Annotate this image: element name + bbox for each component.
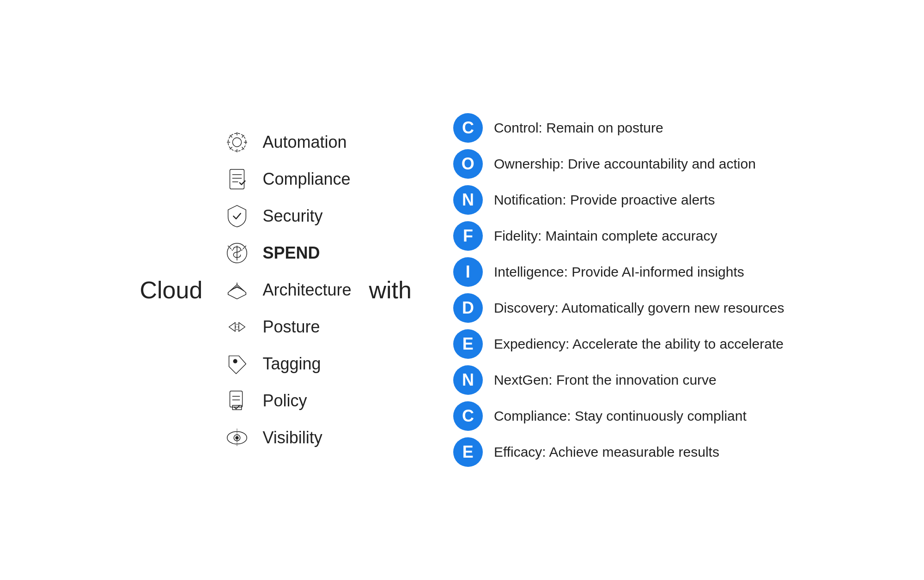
- item-row-visibility: Visibility: [221, 422, 355, 454]
- left-section: Cloud Automation Compliance Security SPE…: [140, 126, 426, 454]
- svg-point-10: [234, 359, 237, 363]
- confidence-row-1: OOwnership: Drive accountability and act…: [453, 149, 784, 179]
- letter-circle-2: N: [453, 185, 483, 215]
- posture-label: Posture: [262, 317, 355, 337]
- posture-icon: [221, 311, 253, 343]
- confidence-row-6: EExpediency: Accelerate the ability to a…: [453, 329, 784, 359]
- confidence-text-3: Fidelity: Maintain complete accuracy: [494, 228, 717, 244]
- letter-circle-0: C: [453, 113, 483, 143]
- confidence-text-5: Discovery: Automatically govern new reso…: [494, 300, 784, 316]
- tagging-label: Tagging: [262, 354, 355, 374]
- letter-circle-9: E: [453, 437, 483, 467]
- letter-circle-7: N: [453, 365, 483, 395]
- item-row-posture: Posture: [221, 311, 355, 343]
- item-row-architecture: Architecture: [221, 274, 355, 306]
- security-icon: [221, 200, 253, 232]
- architecture-label: Architecture: [262, 280, 355, 300]
- visibility-label: Visibility: [262, 428, 355, 447]
- spend-icon: [221, 237, 253, 269]
- confidence-row-9: EEfficacy: Achieve measurable results: [453, 437, 784, 467]
- item-row-automation: Automation: [221, 126, 355, 158]
- letter-circle-4: I: [453, 257, 483, 287]
- confidence-text-2: Notification: Provide proactive alerts: [494, 192, 715, 208]
- letter-circle-5: D: [453, 293, 483, 323]
- confidence-text-7: NextGen: Front the innovation curve: [494, 372, 717, 388]
- policy-icon: [221, 385, 253, 417]
- architecture-icon: [221, 274, 253, 306]
- main-container: Cloud Automation Compliance Security SPE…: [122, 95, 803, 485]
- svg-marker-5: [239, 322, 245, 331]
- confidence-row-0: CControl: Remain on posture: [453, 113, 784, 143]
- confidence-row-7: NNextGen: Front the innovation curve: [453, 365, 784, 395]
- automation-label: Automation: [262, 133, 355, 152]
- letter-circle-3: F: [453, 221, 483, 251]
- confidence-text-8: Compliance: Stay continuously compliant: [494, 408, 747, 424]
- svg-rect-11: [230, 391, 243, 407]
- confidence-row-5: DDiscovery: Automatically govern new res…: [453, 293, 784, 323]
- with-label: with: [369, 276, 411, 304]
- confidence-text-6: Expediency: Accelerate the ability to ac…: [494, 336, 784, 352]
- tagging-icon: [221, 348, 253, 380]
- confidence-row-4: IIntelligence: Provide AI-informed insig…: [453, 257, 784, 287]
- confidence-row-2: NNotification: Provide proactive alerts: [453, 185, 784, 215]
- item-row-policy: Policy: [221, 385, 355, 417]
- item-row-security: Security: [221, 200, 355, 232]
- visibility-icon: [221, 422, 253, 454]
- items-list: Automation Compliance Security SPEND Arc…: [221, 126, 355, 454]
- item-row-spend: SPEND: [221, 237, 355, 269]
- compliance-label: Compliance: [262, 169, 355, 189]
- compliance-icon: [221, 163, 253, 195]
- svg-marker-4: [229, 322, 236, 331]
- automation-icon: [221, 126, 253, 158]
- letter-circle-1: O: [453, 149, 483, 179]
- confidence-row-3: FFidelity: Maintain complete accuracy: [453, 221, 784, 251]
- letter-circle-6: E: [453, 329, 483, 359]
- svg-point-0: [233, 138, 242, 146]
- confidence-text-9: Efficacy: Achieve measurable results: [494, 444, 719, 460]
- confidence-text-0: Control: Remain on posture: [494, 120, 663, 136]
- policy-label: Policy: [262, 391, 355, 411]
- right-section: CControl: Remain on postureOOwnership: D…: [453, 113, 784, 467]
- confidence-text-1: Ownership: Drive accountability and acti…: [494, 156, 756, 172]
- item-row-compliance: Compliance: [221, 163, 355, 195]
- security-label: Security: [262, 206, 355, 226]
- confidence-row-8: CCompliance: Stay continuously compliant: [453, 401, 784, 431]
- spend-label: SPEND: [262, 243, 355, 263]
- svg-rect-2: [230, 169, 244, 189]
- item-row-tagging: Tagging: [221, 348, 355, 380]
- confidence-text-4: Intelligence: Provide AI-informed insigh…: [494, 264, 744, 280]
- cloud-label: Cloud: [140, 276, 203, 304]
- letter-circle-8: C: [453, 401, 483, 431]
